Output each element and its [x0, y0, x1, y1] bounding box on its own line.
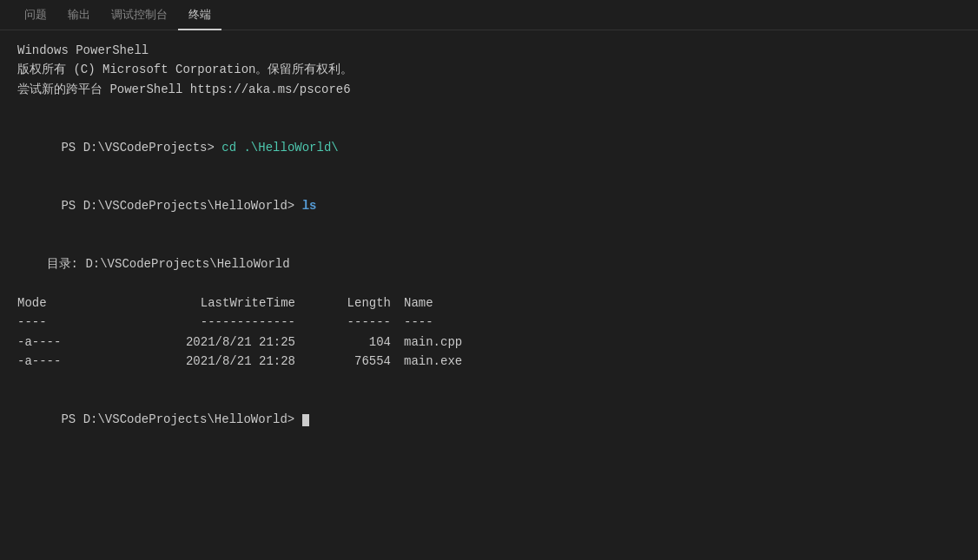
- tab-terminal[interactable]: 终端: [178, 0, 221, 30]
- terminal-dir-label: 目录: D:\VSCodeProjects\HelloWorld: [17, 254, 961, 273]
- col-header-mode: Mode: [17, 293, 139, 313]
- cmd2-command: ls: [302, 199, 317, 213]
- sep-length: ------: [313, 313, 400, 332]
- blank-line-1: [17, 99, 961, 118]
- cmd1-prompt: PS D:\VSCodeProjects>: [61, 141, 221, 155]
- file2-mode: -a----: [17, 352, 139, 371]
- cmd1-command: cd .\HelloWorld\: [221, 141, 338, 155]
- terminal-header-line1: Windows PowerShell: [17, 41, 961, 60]
- col-header-time: LastWriteTime: [139, 293, 313, 313]
- cmd2-prompt: PS D:\VSCodeProjects\HelloWorld>: [61, 199, 301, 213]
- file2-datetime: 2021/8/21 21:28: [139, 352, 313, 371]
- terminal-header-line2: 版权所有 (C) Microsoft Corporation。保留所有权利。: [17, 60, 961, 79]
- sep-mode: ----: [17, 313, 139, 332]
- terminal-final-prompt: PS D:\VSCodeProjects\HelloWorld>: [17, 391, 961, 449]
- tab-problems[interactable]: 问题: [14, 0, 57, 30]
- blank-line-3: [17, 274, 961, 293]
- terminal-cmd1: PS D:\VSCodeProjects> cd .\HelloWorld\: [17, 119, 961, 177]
- file1-name: main.cpp: [400, 333, 462, 352]
- col-header-length: Length: [313, 293, 400, 313]
- tab-debug-console[interactable]: 调试控制台: [101, 0, 178, 30]
- terminal-header-line3: 尝试新的跨平台 PowerShell https://aka.ms/pscore…: [17, 80, 961, 99]
- table-separator-row: ---- ------------- ------ ----: [17, 313, 961, 332]
- sep-name: ----: [400, 313, 433, 332]
- table-row: -a---- 2021/8/21 21:28 76554 main.exe: [17, 352, 961, 371]
- file1-length: 104: [313, 333, 400, 352]
- final-prompt-text: PS D:\VSCodeProjects\HelloWorld>: [61, 412, 301, 426]
- terminal-body[interactable]: Windows PowerShell 版权所有 (C) Microsoft Co…: [0, 30, 978, 560]
- panel-container: 问题 输出 调试控制台 终端 Windows PowerShell 版权所有 (…: [0, 0, 978, 560]
- file2-name: main.exe: [400, 352, 462, 371]
- file1-mode: -a----: [17, 333, 139, 352]
- table-header-row: Mode LastWriteTime Length Name: [17, 293, 961, 313]
- blank-line-4: [17, 372, 961, 391]
- file-table: Mode LastWriteTime Length Name ---- ----…: [17, 293, 961, 372]
- file2-length: 76554: [313, 352, 400, 371]
- file1-datetime: 2021/8/21 21:25: [139, 333, 313, 352]
- col-header-name: Name: [400, 293, 433, 313]
- sep-time: -------------: [139, 313, 313, 332]
- blank-line-2: [17, 235, 961, 254]
- table-row: -a---- 2021/8/21 21:25 104 main.cpp: [17, 333, 961, 352]
- terminal-cursor: [302, 414, 309, 426]
- terminal-cmd2: PS D:\VSCodeProjects\HelloWorld> ls: [17, 177, 961, 235]
- tab-output[interactable]: 输出: [57, 0, 101, 30]
- tab-bar: 问题 输出 调试控制台 终端: [0, 0, 978, 30]
